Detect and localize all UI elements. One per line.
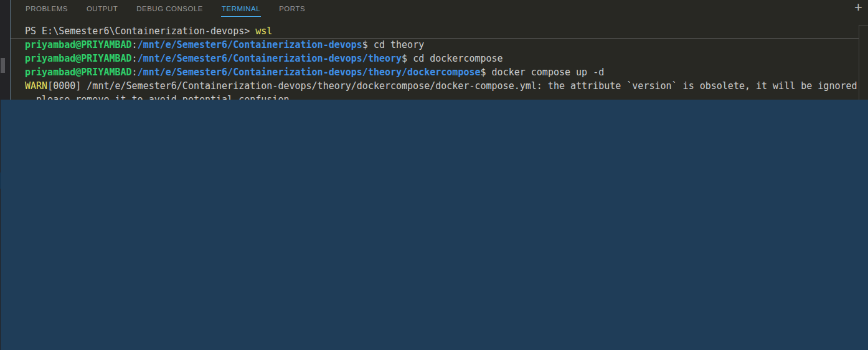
- text-segment: /mnt/e/Semester6/Containerization-devops…: [138, 53, 402, 64]
- terminal-line: priyambad@PRIYAMBAD:/mnt/e/Semester6/Con…: [25, 52, 848, 65]
- text-segment: /mnt/e/Semester6/Containerization-devops: [138, 39, 362, 50]
- tab-debug-console[interactable]: DEBUG CONSOLE: [136, 0, 204, 17]
- text-segment: $ cd theory: [362, 39, 424, 50]
- text-segment: /mnt/e/Semester6/Containerization-devops…: [138, 67, 481, 78]
- text-segment: priyambad@PRIYAMBAD: [25, 39, 132, 50]
- panel-tabbar: PROBLEMSOUTPUTDEBUG CONSOLETERMINALPORTS: [11, 0, 868, 20]
- scrollbar-thumb[interactable]: [1, 58, 5, 73]
- text-segment: :: [132, 53, 138, 64]
- text-segment: WARN: [25, 80, 47, 92]
- terminal-line: WARN[0000] /mnt/e/Semester6/Containeriza…: [25, 79, 848, 93]
- command-separator-line: [11, 38, 859, 39]
- tab-ports[interactable]: PORTS: [278, 0, 306, 17]
- text-segment: :: [132, 67, 138, 78]
- text-segment: PS E:\Semester6\Containerization-devops>: [25, 26, 255, 37]
- text-segment: $ docker compose up -d: [481, 67, 605, 78]
- text-segment: [0000] /mnt/e/Semester6/Containerization…: [47, 80, 857, 92]
- text-segment: $ cd dockercompose: [402, 53, 503, 64]
- terminal-line: priyambad@PRIYAMBAD:/mnt/e/Semester6/Con…: [25, 65, 848, 79]
- text-segment: wsl: [255, 26, 272, 37]
- text-segment: :: [132, 39, 138, 50]
- text-segment: priyambad@PRIYAMBAD: [25, 53, 132, 64]
- text-segment: priyambad@PRIYAMBAD: [25, 67, 132, 78]
- terminal-line: priyambad@PRIYAMBAD:/mnt/e/Semester6/Con…: [25, 38, 848, 52]
- tab-problems[interactable]: PROBLEMS: [25, 0, 68, 17]
- terminal-line: PS E:\Semester6\Containerization-devops>…: [25, 24, 848, 38]
- new-terminal-icon[interactable]: +: [854, 0, 862, 16]
- scrollbar-overview-band: [1, 100, 868, 350]
- tab-output[interactable]: OUTPUT: [86, 0, 118, 17]
- tab-terminal[interactable]: TERMINAL: [221, 0, 261, 17]
